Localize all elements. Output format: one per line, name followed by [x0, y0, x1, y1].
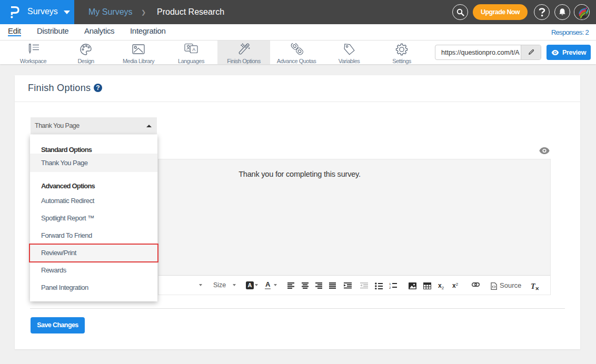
svg-text:A: A — [192, 47, 195, 52]
svg-text:2: 2 — [389, 286, 391, 289]
svg-text:1: 1 — [389, 282, 391, 286]
